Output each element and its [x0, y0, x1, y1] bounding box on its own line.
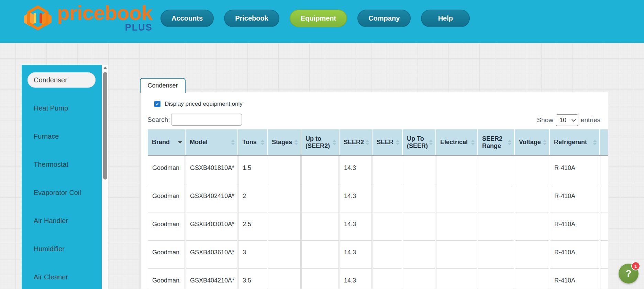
sidebar-item-humidifier[interactable]: Humidifier [22, 235, 102, 263]
sort-both-icon [593, 140, 597, 145]
cell-seer [373, 240, 402, 269]
cell-brand: Goodman [148, 212, 185, 241]
cell-seer [373, 268, 402, 289]
cell-cutoff [600, 184, 608, 212]
cell-up-to-seer [403, 268, 435, 289]
sidebar-list: CondenserHeat PumpFurnaceThermostatEvapo… [22, 66, 102, 289]
cell-electrical [436, 156, 477, 184]
column-label: SEER2 Range [482, 135, 506, 150]
column-label: Refrigerant [554, 139, 587, 146]
cell-seer [373, 156, 402, 184]
cell-voltage [515, 156, 549, 184]
cell-up-to-seer2 [301, 156, 339, 184]
cell-refrigerant: R-410A [550, 268, 599, 289]
sort-both-icon [366, 140, 369, 145]
sidebar-item-evaporator-coil[interactable]: Evaporator Coil [22, 178, 102, 207]
table-row[interactable]: GoodmanGSXB401810A*1.514.3R-410A [148, 156, 608, 184]
sort-both-icon [429, 140, 433, 145]
priced-only-checkbox[interactable]: ✓ [154, 101, 160, 107]
table-row[interactable]: GoodmanGSXB402410A*214.3R-410A [148, 184, 608, 212]
equipment-sidebar: CondenserHeat PumpFurnaceThermostatEvapo… [22, 65, 108, 289]
scrollbar-thumb[interactable] [103, 72, 107, 180]
cell-tons: 1.5 [238, 156, 267, 184]
search-input[interactable] [171, 114, 242, 126]
active-item-pill: Condenser [27, 72, 96, 88]
sidebar-item-furnace[interactable]: Furnace [22, 122, 102, 150]
sidebar-item-air-cleaner[interactable]: Air Cleaner [22, 263, 102, 289]
nav-button-equipment[interactable]: Equipment [290, 10, 347, 27]
cell-stages [268, 156, 301, 184]
sort-both-icon [295, 140, 298, 145]
cell-seer2: 14.3 [340, 212, 372, 241]
cell-voltage [515, 240, 549, 269]
column-label: Stages [272, 139, 292, 146]
cell-voltage [515, 184, 549, 212]
tab-condenser[interactable]: Condenser [140, 78, 186, 93]
cell-cutoff [600, 240, 608, 269]
table-row[interactable]: GoodmanGSXB404210A*3.514.3R-410A [148, 268, 608, 289]
sidebar-item-air-handler[interactable]: Air Handler [22, 207, 102, 235]
column-header-up-to-seer[interactable]: Up To (SEER) [403, 129, 435, 155]
page-size-select[interactable]: 10 [556, 114, 578, 126]
column-header-refrigerant[interactable]: Refrigerant [550, 129, 599, 155]
nav-button-accounts[interactable]: Accounts [160, 10, 214, 27]
table-body: GoodmanGSXB401810A*1.514.3R-410AGoodmanG… [148, 156, 608, 289]
cell-seer2-range [478, 212, 514, 241]
help-button[interactable]: ? 1 [619, 264, 639, 284]
cell-up-to-seer2 [301, 240, 339, 269]
nav-button-company[interactable]: Company [357, 10, 411, 27]
column-header-seer2-range[interactable]: SEER2 Range [478, 129, 514, 155]
column-header-voltage[interactable]: Voltage [515, 129, 549, 155]
cell-seer2-range [478, 156, 514, 184]
cell-cutoff [600, 156, 608, 184]
cell-stages [268, 240, 301, 269]
table-row[interactable]: GoodmanGSXB403010A*2.514.3R-410A [148, 212, 608, 241]
column-label: Up To (SEER) [407, 135, 428, 150]
cell-brand: Goodman [148, 184, 185, 212]
sidebar-item-label: Humidifier [34, 245, 65, 253]
column-header-electrical[interactable]: Electrical [436, 129, 477, 155]
column-header-up-to-seer2[interactable]: Up to (SEER2) [301, 129, 339, 155]
nav-button-pricebook[interactable]: Pricebook [224, 10, 279, 27]
sidebar-item-label: Furnace [34, 132, 59, 140]
sidebar-item-heat-pump[interactable]: Heat Pump [22, 94, 102, 122]
equipment-table: BrandModelTonsStagesUp to (SEER2)SEER2SE… [148, 129, 608, 289]
table-row[interactable]: GoodmanGSXB403610A*314.3R-410A [148, 240, 608, 269]
logo-wordmark: pricebook [57, 2, 153, 24]
column-header-brand[interactable]: Brand [148, 129, 185, 155]
nav-button-help[interactable]: Help [421, 10, 470, 27]
cell-model: GSXB401810A* [186, 156, 237, 184]
sidebar-scrollbar[interactable] [102, 65, 108, 289]
scrollbar-up-arrow-icon[interactable] [103, 67, 107, 69]
column-header-seer2[interactable]: SEER2 [340, 129, 372, 155]
cell-seer2: 14.3 [340, 268, 372, 289]
cell-seer2-range [478, 184, 514, 212]
help-notification-badge: 1 [631, 262, 640, 270]
cell-brand: Goodman [148, 156, 185, 184]
sort-both-icon [396, 140, 399, 145]
column-header-model[interactable]: Model [186, 129, 237, 155]
sidebar-item-condenser[interactable]: Condenser [22, 66, 102, 94]
column-header-tons[interactable]: Tons [238, 129, 267, 155]
cell-refrigerant: R-410A [550, 240, 599, 269]
cell-model: GSXB403610A* [186, 240, 237, 269]
page-background: CondenserHeat PumpFurnaceThermostatEvapo… [0, 43, 644, 289]
cell-seer [373, 184, 402, 212]
cell-up-to-seer2 [301, 268, 339, 289]
column-label: Electrical [440, 139, 468, 146]
sort-both-icon [508, 140, 511, 145]
cell-stages [268, 212, 301, 241]
cell-electrical [436, 212, 477, 241]
sidebar-item-label: Thermostat [34, 161, 68, 169]
column-header-stages[interactable]: Stages [268, 129, 301, 155]
cell-up-to-seer [403, 156, 435, 184]
cell-electrical [436, 184, 477, 212]
cell-up-to-seer [403, 240, 435, 269]
show-label: Show [537, 116, 553, 124]
column-label: SEER [377, 139, 393, 146]
sidebar-item-thermostat[interactable]: Thermostat [22, 150, 102, 178]
column-header-seer[interactable]: SEER [373, 129, 402, 155]
sort-desc-icon [178, 141, 182, 144]
column-label: Voltage [519, 139, 541, 146]
cell-brand: Goodman [148, 268, 185, 289]
